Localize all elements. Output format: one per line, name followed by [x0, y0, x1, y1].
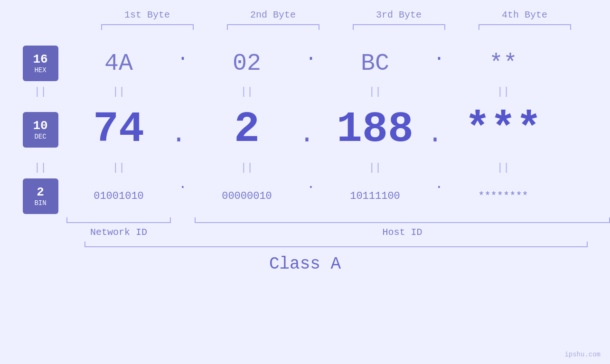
hex-badge-number: 16 — [33, 52, 47, 66]
hex-dot3: . — [427, 44, 451, 82]
bin-badge-number: 2 — [37, 185, 44, 199]
hex-dot2: . — [299, 44, 323, 82]
bracket-top-2 — [227, 24, 319, 30]
eq1-b4: || — [451, 82, 555, 101]
hex-dec-equals: || — [14, 82, 66, 101]
bottom-labels: Network ID Host ID — [66, 227, 610, 238]
byte2-header: 2nd Byte — [221, 9, 325, 20]
hex-badge: 16 HEX — [23, 46, 58, 81]
eq2-b2: || — [195, 158, 299, 177]
bin-b3: 10111100 — [323, 177, 427, 215]
eq1-b1: || — [66, 82, 171, 101]
hex-dot1: . — [171, 44, 195, 82]
eq2-b3: || — [323, 158, 427, 177]
label-gap — [171, 227, 195, 238]
bin-row: 01001010 . 00000010 . 10111100 . *******… — [66, 177, 610, 215]
hex-row: 4A . 02 . BC . ** — [66, 44, 610, 82]
dec-badge: 10 DEC — [23, 112, 58, 148]
byte3-header: 3rd Byte — [347, 9, 451, 20]
dec-b2: 2 — [195, 101, 299, 158]
host-id-bracket — [195, 217, 610, 223]
bin-dot1: . — [171, 177, 195, 215]
dec-badge-row: 10 DEC — [14, 101, 66, 158]
outer-bracket-wrapper — [84, 242, 588, 247]
network-id-bracket — [66, 217, 171, 223]
bin-dot3: . — [427, 177, 451, 215]
content-area: 16 HEX || 10 DEC || 2 BIN — [0, 44, 610, 238]
eq2-b4: || — [451, 158, 555, 177]
dec-dot2: . — [299, 101, 323, 158]
hex-b3: BC — [323, 44, 427, 82]
class-label: Class A — [0, 254, 610, 274]
outer-bracket — [84, 242, 588, 247]
host-id-label: Host ID — [195, 227, 610, 238]
bracket-top-3 — [353, 24, 445, 30]
dec-badge-number: 10 — [33, 119, 47, 133]
dec-b3: 188 — [323, 101, 427, 158]
byte1-header: 1st Byte — [95, 9, 199, 20]
dec-dot3: . — [427, 101, 451, 158]
hex-b4: ** — [451, 44, 555, 82]
bracket-top-1 — [101, 24, 194, 30]
bracket-top-4 — [479, 24, 571, 30]
hex-badge-row: 16 HEX — [14, 44, 66, 82]
dec-b4: *** — [451, 101, 555, 158]
bin-b2: 00000010 — [195, 177, 299, 215]
dec-row: 74 . 2 . 188 . *** — [66, 101, 610, 158]
watermark: ipshu.com — [564, 351, 601, 358]
eq1-b3: || — [323, 82, 427, 101]
values-grid: 4A . 02 . BC . ** || || || || 74 — [66, 44, 610, 238]
hex-badge-label: HEX — [34, 66, 46, 74]
network-id-label: Network ID — [66, 227, 171, 238]
dec-badge-label: DEC — [34, 133, 46, 140]
bin-badge: 2 BIN — [23, 178, 58, 214]
dec-dot1: . — [171, 101, 195, 158]
byte4-header: 4th Byte — [472, 9, 577, 20]
badges-column: 16 HEX || 10 DEC || 2 BIN — [0, 44, 66, 215]
top-brackets — [84, 24, 588, 30]
bin-badge-row: 2 BIN — [14, 177, 66, 215]
byte-headers: 1st Byte 2nd Byte 3rd Byte 4th Byte — [84, 9, 588, 20]
bottom-brackets — [66, 217, 610, 223]
main-container: 1st Byte 2nd Byte 3rd Byte 4th Byte 16 H… — [0, 0, 610, 364]
eq2-b1: || — [66, 158, 171, 177]
eq1-b2: || — [195, 82, 299, 101]
bin-badge-label: BIN — [34, 199, 46, 207]
equals-row-1: || || || || — [66, 82, 610, 101]
dec-bin-equals: || — [14, 158, 66, 177]
dec-b1: 74 — [66, 101, 171, 158]
bracket-gap-1 — [171, 217, 195, 223]
hex-b1: 4A — [66, 44, 171, 82]
hex-b2: 02 — [195, 44, 299, 82]
equals-row-2: || || || || — [66, 158, 610, 177]
bin-dot2: . — [299, 177, 323, 215]
bin-b4: ******** — [451, 177, 555, 215]
bin-b1: 01001010 — [66, 177, 171, 215]
bottom-brackets-section: Network ID Host ID — [66, 217, 610, 238]
